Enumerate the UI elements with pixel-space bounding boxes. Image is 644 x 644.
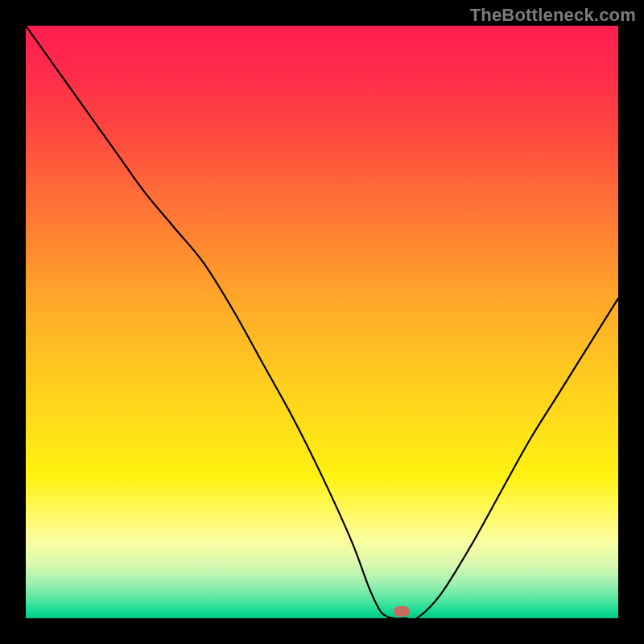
watermark-text: TheBottleneck.com bbox=[470, 5, 636, 26]
curve-svg bbox=[26, 26, 618, 618]
bottleneck-curve bbox=[26, 26, 618, 618]
plot-area bbox=[26, 26, 618, 618]
chart-container: TheBottleneck.com bbox=[0, 0, 644, 644]
optimal-marker bbox=[394, 606, 410, 617]
